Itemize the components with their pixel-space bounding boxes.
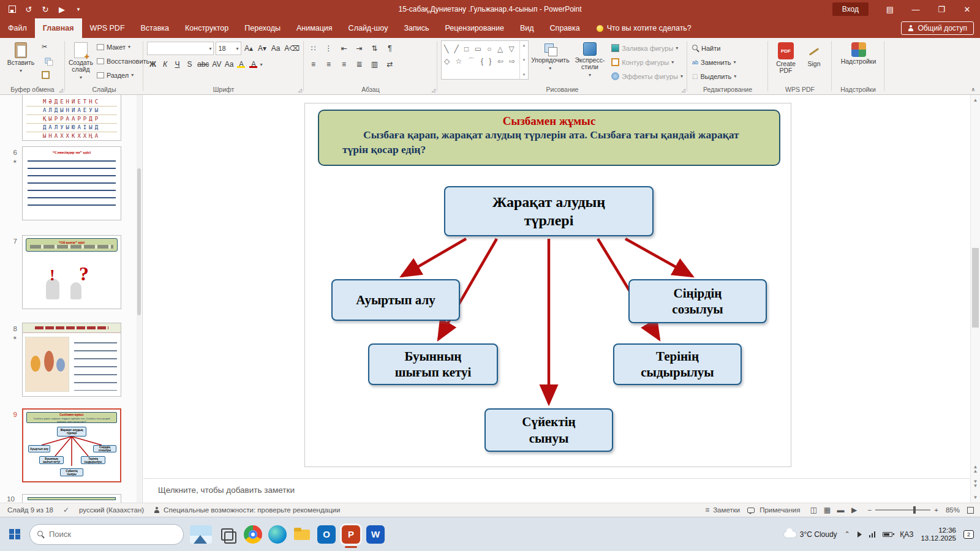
language-status[interactable]: русский (Казахстан) <box>79 506 144 514</box>
normal-view-button[interactable]: ◫ <box>808 506 820 514</box>
volume-icon[interactable] <box>858 531 862 538</box>
italic-button[interactable]: К <box>159 58 171 70</box>
share-button[interactable]: Общий доступ <box>901 21 974 35</box>
tab-animations[interactable]: Анимация <box>288 18 341 38</box>
scroll-down-icon[interactable]: ▼ <box>971 495 980 500</box>
diagram-root-box[interactable]: Жарақат алудың түрлері <box>444 186 654 236</box>
slide-sorter-view-button[interactable]: ▦ <box>821 506 834 514</box>
sign-button[interactable]: Sign <box>802 40 826 84</box>
convert-smartart-button[interactable]: ⇄ <box>384 58 396 70</box>
cut-button[interactable]: ✂ <box>40 40 56 53</box>
layout-button[interactable]: Макет▾ <box>96 40 151 53</box>
reset-button[interactable]: Восстановить <box>96 54 151 67</box>
clock[interactable]: 12:36 13.12.2025 <box>921 527 956 542</box>
shape-fill-button[interactable]: Заливка фигуры▾ <box>610 42 684 54</box>
start-button[interactable] <box>2 522 27 547</box>
start-slideshow-button[interactable]: ▶ <box>55 2 69 17</box>
slide-thumbnail-6[interactable]: “Сенесіңдер ме” әдісі <box>22 146 121 220</box>
zoom-slider[interactable] <box>875 509 930 511</box>
diagram-node-box[interactable]: Сіңірдің созылуы <box>628 279 767 323</box>
slide-thumbnail-10[interactable] <box>22 494 121 503</box>
comments-toggle[interactable]: Примечания <box>747 506 800 514</box>
tab-design[interactable]: Конструктор <box>177 18 236 38</box>
create-pdf-button[interactable]: PDF Create PDF <box>772 40 800 84</box>
zoom-out-button[interactable]: − <box>868 506 872 514</box>
slide-thumbnail-7[interactable]: “Ой қозғау” әдісі ! ? <box>22 235 121 309</box>
zoom-control[interactable]: − + <box>868 506 938 514</box>
tab-view[interactable]: Вид <box>512 18 542 38</box>
tab-insert[interactable]: Вставка <box>133 18 177 38</box>
arrange-button[interactable]: Упорядочить▾ <box>531 40 569 84</box>
font-name-combo[interactable]: ▾ <box>147 42 214 55</box>
slide-canvas[interactable]: Сызбамен жұмыс Сызбаға қарап, жарақат ал… <box>304 103 791 467</box>
text-direction-button[interactable]: ¶ <box>384 42 396 54</box>
slide-thumbnail-5[interactable]: МӘДЕНИЕТНС АЛДЫНИАЕУЫ ҚЫРРААРРДР ДАЛУЫЮА… <box>22 95 121 141</box>
network-icon[interactable] <box>869 531 876 538</box>
increase-font-button[interactable]: A▴ <box>243 42 255 54</box>
tab-record[interactable]: Запись <box>396 18 437 38</box>
tab-file[interactable]: Файл <box>0 18 35 38</box>
notes-pane[interactable]: Щелкните, чтобы добавить заметки <box>143 478 970 503</box>
increase-indent-button[interactable]: ⇥ <box>353 42 365 54</box>
drawing-dialog-launcher[interactable]: ◿ <box>682 88 685 93</box>
customize-qat-button[interactable]: ▾ <box>71 2 86 17</box>
undo-button[interactable]: ↺ <box>21 2 36 17</box>
task-view-button[interactable] <box>219 527 235 542</box>
file-explorer-icon[interactable] <box>293 525 311 544</box>
save-button[interactable] <box>5 2 20 17</box>
font-size-combo[interactable]: 18▾ <box>216 42 241 55</box>
bold-button[interactable]: Ж <box>147 58 159 70</box>
outlook-icon[interactable]: O <box>317 525 336 544</box>
tab-wps-pdf[interactable]: WPS PDF <box>82 18 133 38</box>
text-shadow-button[interactable]: S <box>184 58 195 70</box>
underline-button[interactable]: Ч <box>172 58 183 70</box>
diagram-node-box[interactable]: Буынның шығып кетуі <box>368 343 498 385</box>
line-spacing-button[interactable]: ⇅ <box>369 42 380 54</box>
spellcheck-icon[interactable]: ✓ <box>63 506 69 514</box>
zoom-level[interactable]: 85% <box>946 506 960 514</box>
diagram-node-box[interactable]: Ауыртып алу <box>331 279 460 321</box>
format-painter-button[interactable] <box>40 69 56 81</box>
addins-button[interactable]: Надстройки <box>837 40 880 84</box>
font-dialog-launcher[interactable]: ◿ <box>298 88 302 93</box>
font-color-dropdown[interactable]: ▾ <box>260 62 262 67</box>
search-input[interactable] <box>49 530 159 539</box>
slide-area-scrollbar[interactable]: ▲ ▲▲ ▼▼ ▼ <box>970 95 980 503</box>
align-center-button[interactable]: ≡ <box>323 58 334 70</box>
replace-button[interactable]: abЗаменить▾ <box>691 56 765 69</box>
thumbnail-panel-scrollbar[interactable] <box>137 95 141 503</box>
collapse-ribbon-button[interactable]: ∧ <box>971 86 975 92</box>
close-button[interactable]: ✕ <box>954 0 980 18</box>
columns-button[interactable]: ▥ <box>369 58 380 70</box>
quick-styles-button[interactable]: Экспресс-стили▾ <box>572 40 608 84</box>
slide-header-box[interactable]: Сызбамен жұмыс Сызбаға қарап, жарақат ал… <box>318 110 780 166</box>
new-slide-button[interactable]: Создать слайд▾ <box>69 40 93 84</box>
select-button[interactable]: ⬚Выделить▾ <box>691 70 765 83</box>
next-slide-button[interactable]: ▼▼ <box>971 479 980 488</box>
paragraph-dialog-launcher[interactable]: ◿ <box>432 88 435 93</box>
case-button[interactable]: Aa <box>223 58 235 70</box>
shape-outline-button[interactable]: Контур фигуры▾ <box>610 56 684 69</box>
slideshow-view-button[interactable]: ▶ <box>848 506 861 514</box>
tab-transitions[interactable]: Переходы <box>236 18 288 38</box>
clipboard-dialog-launcher[interactable]: ◿ <box>59 88 63 93</box>
section-button[interactable]: Раздел▾ <box>96 69 151 81</box>
slide-counter[interactable]: Слайд 9 из 18 <box>7 506 53 514</box>
shapes-gallery[interactable]: ╲ ╱ □ ▭ ○ △ ▽◇ ☆ ⌒ { } ⇦ ⇨ ▴▾▾ <box>441 40 529 80</box>
notification-center-button[interactable]: 2 <box>963 530 974 539</box>
strikethrough-button[interactable]: abc <box>196 58 210 70</box>
ribbon-display-options-button[interactable]: ▤ <box>877 0 903 18</box>
language-indicator[interactable]: ҚАЗ <box>900 530 913 539</box>
restore-button[interactable]: ❐ <box>929 0 954 18</box>
battery-icon[interactable] <box>883 532 892 537</box>
zoom-in-button[interactable]: + <box>934 506 938 514</box>
tab-slideshow[interactable]: Слайд-шоу <box>341 18 396 38</box>
tab-home[interactable]: Главная <box>35 18 82 38</box>
align-right-button[interactable]: ≡ <box>338 58 350 70</box>
weather-status[interactable]: 3°C Cloudy <box>784 530 837 539</box>
minimize-button[interactable]: — <box>903 0 929 18</box>
decrease-indent-button[interactable]: ⇤ <box>338 42 350 54</box>
fit-to-window-button[interactable] <box>967 507 974 514</box>
decrease-font-button[interactable]: A▾ <box>257 42 268 54</box>
chrome-icon[interactable] <box>244 525 262 544</box>
